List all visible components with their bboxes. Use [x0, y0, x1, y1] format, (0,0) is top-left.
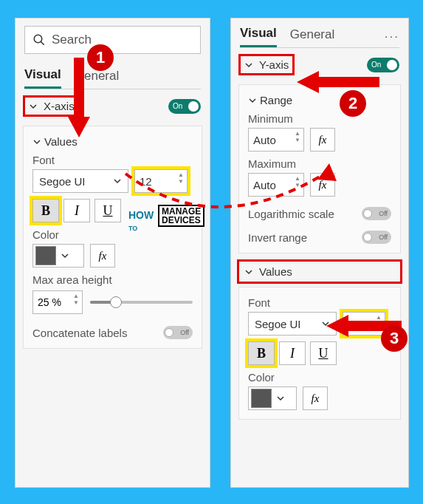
color-picker[interactable] — [248, 386, 297, 410]
concat-label: Concatenate labels — [32, 327, 127, 339]
annotation-arrow-2 — [294, 71, 382, 93]
stepper-icon[interactable]: ▲▼ — [73, 293, 79, 306]
tab-visual[interactable]: Visual — [24, 67, 61, 89]
svg-marker-7 — [326, 315, 348, 337]
bold-button[interactable]: B — [32, 199, 59, 222]
invert-toggle[interactable]: Off — [362, 231, 391, 244]
concat-toggle[interactable]: Off — [163, 326, 193, 339]
chevron-down-icon — [244, 61, 253, 69]
annotation-arrow-1 — [68, 58, 90, 139]
color-swatch — [35, 246, 56, 265]
svg-point-0 — [34, 35, 42, 43]
annotation-badge-3: 3 — [381, 325, 407, 352]
range-header[interactable]: Range — [248, 94, 391, 106]
fx-button[interactable]: fx — [310, 128, 335, 151]
tabs: Visual General — [16, 67, 210, 89]
section-xaxis[interactable]: X-axis On — [16, 89, 210, 123]
tab-visual[interactable]: Visual — [240, 26, 277, 47]
values-card-right: Font Segoe UI 12 ▲▼ B I U Color — [238, 287, 401, 420]
chevron-down-icon — [32, 137, 41, 146]
values-header-right[interactable]: Values — [238, 261, 401, 282]
color-picker[interactable] — [32, 244, 84, 268]
tabs: Visual General ··· — [231, 26, 408, 47]
svg-marker-3 — [68, 117, 90, 137]
fx-button[interactable]: fx — [303, 386, 328, 410]
chevron-down-icon — [61, 251, 69, 260]
bold-button[interactable]: B — [248, 341, 275, 365]
chevron-down-icon — [29, 102, 38, 111]
max-area-slider[interactable] — [90, 301, 193, 304]
format-panel-left: Search Visual General X-axis On Values F… — [15, 18, 210, 488]
max-area-input[interactable]: 25 % ▲▼ — [32, 290, 83, 314]
min-label: Minimum — [248, 112, 391, 125]
annotation-curved-arrow — [111, 159, 347, 240]
svg-line-1 — [41, 41, 44, 45]
tab-general[interactable]: General — [290, 27, 334, 47]
more-menu[interactable]: ··· — [385, 30, 399, 44]
color-swatch — [251, 389, 272, 408]
italic-button[interactable]: I — [279, 341, 306, 365]
chevron-down-icon — [244, 268, 253, 276]
search-placeholder: Search — [52, 33, 92, 47]
yaxis-label: Y-axis — [259, 58, 289, 71]
svg-marker-5 — [297, 71, 319, 93]
search-icon — [32, 33, 46, 47]
annotation-badge-2: 2 — [340, 90, 366, 117]
underline-button[interactable]: U — [310, 341, 337, 365]
max-area-label: Max area height — [32, 273, 193, 286]
italic-button[interactable]: I — [63, 199, 90, 222]
search-input[interactable]: Search — [24, 26, 201, 54]
toggle-knob — [188, 101, 199, 112]
annotation-badge-1: 1 — [87, 44, 114, 71]
yaxis-toggle[interactable]: On — [367, 58, 399, 72]
toggle-knob — [165, 328, 173, 337]
values-header[interactable]: Values — [32, 135, 193, 148]
svg-marker-8 — [317, 163, 337, 181]
slider-handle[interactable] — [110, 296, 122, 308]
color-label: Color — [248, 371, 391, 384]
font-label: Font — [248, 296, 391, 309]
xaxis-toggle[interactable]: On — [168, 99, 201, 114]
log-toggle[interactable]: Off — [362, 207, 391, 220]
min-input[interactable]: Auto ▲▼ — [248, 128, 304, 151]
chevron-down-icon — [248, 96, 257, 105]
stepper-icon[interactable]: ▲▼ — [295, 130, 300, 143]
fx-button[interactable]: fx — [90, 244, 115, 268]
toggle-knob — [387, 60, 397, 70]
chevron-down-icon — [276, 394, 285, 403]
